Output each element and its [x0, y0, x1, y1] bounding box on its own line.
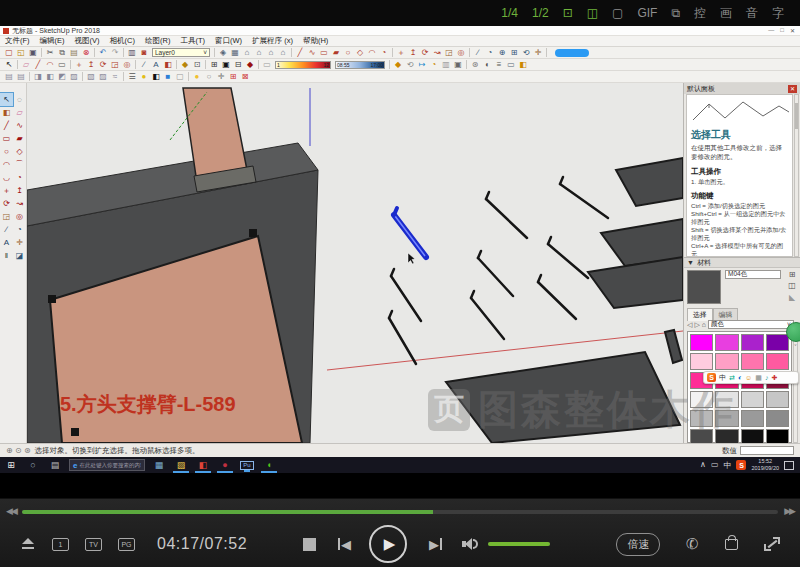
menu-item-3[interactable]: 相机(C) — [110, 36, 135, 46]
ring-icon[interactable]: ○ — [203, 73, 215, 81]
model-viewport[interactable]: 5.方头支撑臂-L-589 — [27, 83, 683, 443]
material-preview-swatch[interactable] — [687, 270, 721, 304]
support-arm[interactable] — [486, 199, 527, 238]
color-swatch[interactable] — [715, 334, 738, 351]
layer-dropdown[interactable]: Layer0˅ — [152, 48, 210, 57]
panels-icon[interactable]: ⊟ — [232, 61, 244, 69]
color-swatch[interactable] — [741, 429, 764, 443]
color-swatch[interactable] — [715, 410, 738, 427]
color-swatch[interactable] — [766, 410, 789, 427]
color-swatch[interactable] — [715, 391, 738, 408]
tv-button[interactable]: TV — [85, 538, 102, 551]
redo-icon[interactable]: ↷ — [109, 49, 121, 57]
create-material-icon[interactable]: ⊞ — [787, 270, 797, 279]
scale-icon[interactable]: ◲ — [109, 61, 121, 69]
group-icon[interactable]: ⊡ — [191, 61, 203, 69]
arc-tool[interactable]: ◠ — [0, 158, 13, 171]
offset-tool-icon[interactable]: ◎ — [455, 49, 467, 57]
walk-tool[interactable]: ‖ — [0, 249, 13, 262]
new-icon[interactable]: ▢ — [3, 49, 15, 57]
blue-material-icon[interactable]: ■ — [162, 73, 174, 81]
region-capture-icon[interactable]: ◫ — [587, 7, 598, 19]
tag-icon[interactable]: ◔ — [428, 61, 440, 69]
volume-bar[interactable] — [488, 542, 550, 546]
paste-icon[interactable]: ▤ — [68, 49, 80, 57]
swatch-scrollbar[interactable]: ˄˅ — [793, 331, 798, 443]
three-point-arc-tool[interactable]: ◡ — [0, 171, 13, 184]
open-file-icon[interactable] — [20, 537, 36, 551]
tape-measure-tool[interactable]: ∕ — [0, 223, 13, 236]
tray-ime-icon[interactable]: ▭ — [711, 460, 719, 471]
volume-icon[interactable] — [462, 537, 480, 551]
measure-field[interactable] — [740, 446, 794, 455]
checkbox-icon[interactable]: ▣ — [220, 61, 232, 69]
layers-icon[interactable]: ☰ — [126, 73, 138, 81]
shelf-panel[interactable] — [446, 352, 680, 443]
wechat-app[interactable]: ◖ — [258, 461, 280, 470]
line-dropdown-icon[interactable]: ╱ — [32, 61, 44, 69]
menu-item-0[interactable]: 文件(F) — [5, 36, 30, 46]
minimize-icon[interactable]: — — [768, 27, 774, 34]
scale-tool[interactable]: ◲ — [0, 210, 13, 223]
paint-bucket-icon[interactable]: ◙ — [138, 49, 150, 57]
quarter-size-button[interactable]: 1/4 — [501, 7, 518, 19]
push-pull-icon[interactable]: ↥ — [407, 49, 419, 57]
offset-icon[interactable]: ◎ — [121, 61, 133, 69]
close-icon[interactable]: ✕ — [788, 85, 797, 93]
menu-item-6[interactable]: 窗口(W) — [215, 36, 242, 46]
right-view-icon[interactable]: ⌂ — [253, 49, 265, 57]
fog-icon[interactable]: ≈ — [109, 73, 121, 81]
soften-icon[interactable]: ▭ — [261, 61, 273, 69]
sun-icon[interactable]: ● — [191, 73, 203, 81]
seek-bar[interactable] — [22, 510, 778, 514]
table-icon[interactable]: ⊞ — [208, 61, 220, 69]
cut-icon[interactable]: ✂ — [44, 49, 56, 57]
scene-icon-2[interactable]: ▤ — [15, 73, 27, 81]
bulb-icon[interactable]: ● — [138, 73, 150, 81]
rotate-icon[interactable]: ⟳ — [97, 61, 109, 69]
protractor-tool[interactable]: ◔ — [13, 223, 26, 236]
shelf-panel[interactable] — [616, 158, 683, 206]
seek-back-icon[interactable]: ◀◀ — [6, 506, 16, 516]
left-view-icon[interactable]: ⌂ — [277, 49, 289, 57]
copy-frame-icon[interactable]: ⧉ — [671, 7, 680, 19]
action-center-icon[interactable] — [784, 461, 794, 470]
support-arm[interactable] — [538, 282, 576, 319]
shadow-icon-1[interactable]: ▧ — [85, 73, 97, 81]
draw-button[interactable]: 画 — [720, 7, 732, 19]
ime-switch-icon[interactable]: ⇄ — [729, 374, 735, 381]
sogou-logo-icon[interactable]: S — [707, 373, 716, 382]
follow-me-icon[interactable]: ↝ — [431, 49, 443, 57]
tape-measure-icon[interactable]: ∕ — [472, 49, 484, 57]
freehand-tool[interactable]: ∿ — [13, 119, 26, 132]
close-icon[interactable]: ✕ — [790, 27, 795, 34]
polygon-tool[interactable]: ◇ — [13, 145, 26, 158]
collection-dropdown[interactable]: 颜色 ˅ — [708, 320, 794, 329]
grid-axes-icon[interactable]: ⊞ — [227, 73, 239, 81]
tray-header[interactable]: 默认面板 ✕ — [684, 83, 800, 94]
color-swatch[interactable] — [766, 334, 789, 351]
back-view-icon[interactable]: ⌂ — [265, 49, 277, 57]
shadow-icon-2[interactable]: ▨ — [97, 73, 109, 81]
fullscreen-icon[interactable] — [764, 537, 780, 551]
delete-icon[interactable]: ⊗ — [80, 49, 92, 57]
lasso-tool[interactable]: ◌ — [13, 93, 26, 106]
scene-icon-1[interactable]: ▤ — [3, 73, 15, 81]
move-icon[interactable]: ＋ — [73, 61, 85, 69]
ime-skin-icon[interactable]: ◐ — [738, 374, 742, 381]
maximize-icon[interactable]: □ — [780, 27, 784, 34]
cortana-button[interactable]: ○ — [22, 461, 44, 470]
sync-icon[interactable]: ⟲ — [404, 61, 416, 69]
target-icon[interactable]: ✛ — [215, 73, 227, 81]
ime-board-icon[interactable]: ▦ — [755, 374, 762, 381]
move-tool-icon[interactable]: ＋ — [395, 49, 407, 57]
color-swatch[interactable] — [690, 334, 713, 351]
rotate-tool[interactable]: ⟳ — [0, 197, 13, 210]
freehand-tool-icon[interactable]: ∿ — [306, 49, 318, 57]
follow-me-tool[interactable]: ↝ — [13, 197, 26, 210]
next-button[interactable]: ▶ — [429, 538, 442, 551]
top-view-icon[interactable]: ▦ — [229, 49, 241, 57]
component-icon[interactable]: ◆ — [179, 61, 191, 69]
support-arm[interactable] — [478, 258, 513, 296]
back-icon[interactable]: ◁ — [687, 321, 692, 329]
